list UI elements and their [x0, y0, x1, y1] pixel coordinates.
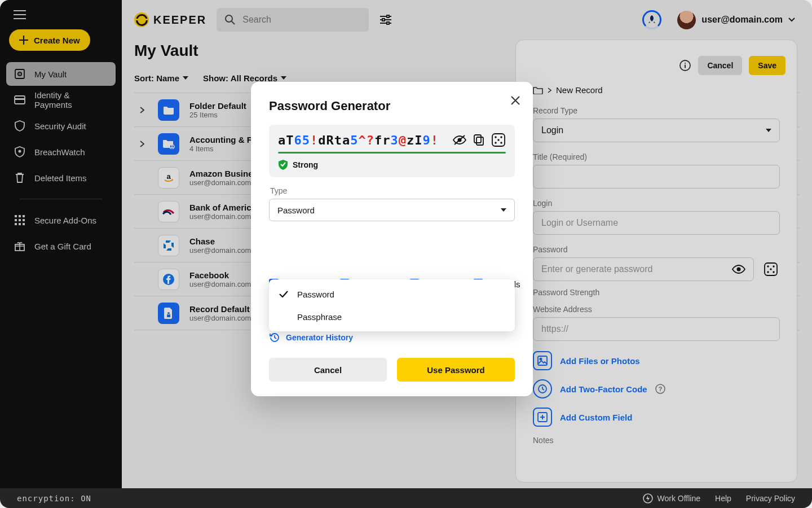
svg-point-57	[495, 142, 496, 143]
svg-point-54	[495, 136, 496, 138]
generated-password-value: aT65!dRta5^?fr3@zI9!	[278, 133, 446, 147]
generated-password-box: aT65!dRta5^?fr3@zI9! Strong	[269, 125, 515, 177]
regenerate-dice-icon[interactable]	[491, 133, 506, 147]
check-icon	[279, 291, 290, 297]
modal-title: Password Generator	[269, 99, 515, 113]
close-icon[interactable]	[510, 95, 520, 106]
history-icon	[269, 332, 280, 343]
generator-type-select[interactable]: Password	[269, 199, 515, 221]
strength-bar	[278, 152, 506, 154]
use-password-button[interactable]: Use Password	[397, 358, 515, 382]
field-label: Type	[270, 186, 515, 195]
svg-rect-52	[474, 135, 481, 143]
svg-point-58	[500, 142, 502, 143]
svg-rect-51	[476, 137, 483, 145]
copy-icon[interactable]	[473, 134, 484, 146]
type-dropdown: Password Passphrase	[269, 279, 515, 331]
dropdown-option-passphrase[interactable]: Passphrase	[269, 305, 515, 328]
shield-check-icon	[278, 159, 288, 170]
svg-point-56	[497, 139, 499, 141]
modal-cancel-button[interactable]: Cancel	[269, 358, 387, 382]
dropdown-option-password[interactable]: Password	[269, 283, 515, 305]
strength-indicator: Strong	[278, 159, 506, 170]
generator-history-link[interactable]: Generator History	[286, 333, 353, 342]
svg-point-55	[500, 136, 502, 138]
hide-icon[interactable]	[453, 134, 466, 146]
password-generator-modal: Password Generator aT65!dRta5^?fr3@zI9! …	[251, 82, 533, 396]
chevron-down-icon	[501, 208, 506, 212]
